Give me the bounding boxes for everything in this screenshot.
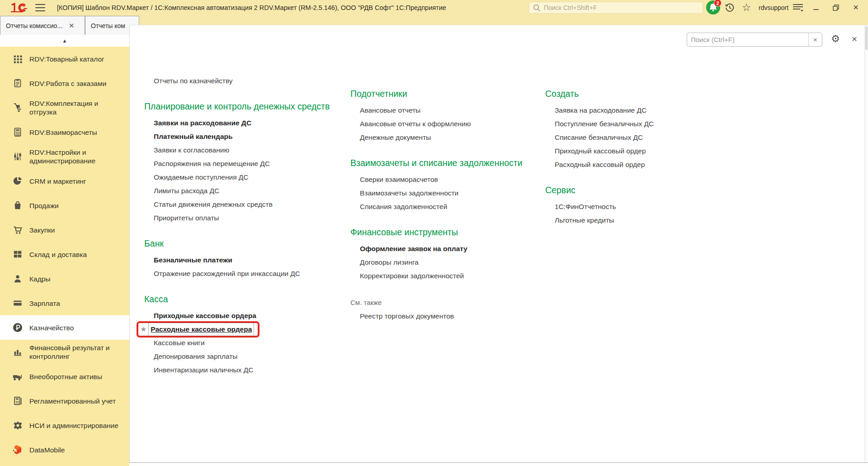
- tab-commission-reports[interactable]: Отчеты комиссио... ✕: [0, 16, 85, 35]
- menu-item[interactable]: ★Заявка на расходование ДС: [545, 104, 646, 117]
- menu-item[interactable]: ★Приоритеты оплаты: [144, 211, 219, 225]
- sidebar-item[interactable]: Продажи: [0, 193, 129, 218]
- menu-item[interactable]: ★Авансовые отчеты: [350, 104, 420, 117]
- sidebar-item-label: Кадры: [29, 275, 54, 283]
- menu-item[interactable]: ★Отражение расхождений при инкассации ДС: [144, 267, 300, 281]
- menu-item[interactable]: ★Договоры лизинга: [350, 256, 419, 269]
- menu-item[interactable]: ★Расходный кассовый ордер: [545, 158, 645, 171]
- section-header[interactable]: ★Касса: [144, 294, 168, 305]
- notifications-button[interactable]: 2: [706, 0, 720, 14]
- menu-item[interactable]: ★Депонирования зарплаты: [144, 350, 238, 363]
- person-icon: [12, 273, 24, 285]
- section-header[interactable]: ★Подотчетники: [350, 88, 407, 100]
- sidebar-item-selected[interactable]: Казначейство: [0, 315, 129, 340]
- scrollbar-thumb[interactable]: [865, 26, 868, 50]
- panel-settings-button[interactable]: ⚙: [829, 32, 842, 46]
- minimize-button[interactable]: [808, 0, 824, 15]
- sidebar-item[interactable]: RDV:Товарный каталог: [0, 47, 129, 71]
- sidebar-item[interactable]: Внеоборотные активы: [0, 364, 129, 389]
- payment-card-icon: [12, 297, 24, 309]
- restore-button[interactable]: [828, 0, 844, 15]
- section-header[interactable]: ★Планирование и контроль денежных средст…: [144, 101, 330, 112]
- sidebar-item[interactable]: RDV:Работа с заказами: [0, 71, 129, 95]
- clear-search-icon[interactable]: ×: [808, 33, 822, 46]
- sidebar-item[interactable]: Склад и доставка: [0, 242, 129, 266]
- close-window-button[interactable]: ×: [848, 0, 863, 15]
- sidebar-item-label: DataMobile: [29, 446, 68, 454]
- menu-item[interactable]: ★Распоряжения на перемещение ДС: [144, 157, 270, 171]
- favorites-star-button[interactable]: ☆: [741, 2, 752, 13]
- shopping-bag-icon: [12, 200, 24, 211]
- menu-item[interactable]: ★Кассовые книги: [144, 336, 205, 350]
- menu-item[interactable]: ★Лимиты расхода ДС: [144, 184, 219, 198]
- notification-count-badge: 2: [714, 0, 722, 7]
- datamobile-logo: [12, 444, 24, 456]
- section-header[interactable]: ★Банк: [144, 238, 164, 249]
- panel-search-field[interactable]: ×: [687, 33, 822, 47]
- sidebar-item[interactable]: НСИ и администрирование: [0, 413, 129, 437]
- section-header[interactable]: ★Взаимозачеты и списание задолженности: [350, 157, 523, 169]
- sidebar-item-label: RDV:Работа с заказами: [29, 79, 110, 88]
- sidebar-item[interactable]: Регламентированный учет: [0, 389, 129, 413]
- menu-item[interactable]: ★Денежные документы: [350, 131, 431, 144]
- sidebar-item[interactable]: RDV:Взаиморасчеты: [0, 120, 129, 144]
- sidebar-scroll-up[interactable]: ▲: [0, 35, 129, 47]
- sidebar-item[interactable]: DataMobile: [0, 437, 129, 462]
- menu-item[interactable]: ★Отчеты по казначейству: [144, 74, 233, 88]
- global-search-input[interactable]: [544, 4, 699, 11]
- pie-chart-icon: [12, 175, 24, 187]
- menu-item[interactable]: ★Заявки на расходование ДС: [144, 116, 251, 130]
- panel-scrollbar[interactable]: [864, 25, 868, 462]
- menu-item[interactable]: ★Взаимозачеты задолженности: [350, 186, 458, 200]
- menu-item[interactable]: ★Реестр торговых документов: [350, 309, 454, 323]
- current-user[interactable]: rdvsupport: [759, 0, 788, 15]
- menu-item[interactable]: ★Списание безналичных ДС: [545, 131, 643, 144]
- sidebar-item-label: Финансовый результат и контроллинг: [29, 343, 129, 361]
- menu-item[interactable]: ★1С:ФинОтчетность: [545, 200, 616, 214]
- window-title: [КОПИЯ] Шаблон RDV.Маркет / 1С:Комплексн…: [57, 4, 446, 11]
- menu-item[interactable]: ★Безналичные платежи: [144, 253, 232, 267]
- global-search-field[interactable]: [529, 2, 703, 14]
- menu-item[interactable]: ★Авансовые отчеты к оформлению: [350, 117, 471, 131]
- menu-item[interactable]: ★Корректировки задолженностей: [350, 269, 464, 283]
- menu-item[interactable]: ★Оформление заявок на оплату: [350, 242, 467, 256]
- menu-item[interactable]: ★Платежный календарь: [144, 130, 233, 143]
- main-menu-icon[interactable]: [35, 4, 45, 11]
- menu-item[interactable]: ★Статьи движения денежных средств: [144, 198, 273, 211]
- sidebar-item-label: CRM и маркетинг: [29, 177, 90, 185]
- tab-close-icon[interactable]: ✕: [69, 22, 75, 30]
- panel-close-button[interactable]: ×: [848, 32, 861, 46]
- menu-item[interactable]: ★Льготные кредиты: [545, 214, 614, 227]
- sidebar-item[interactable]: RDV:Комплектация и отгрузка: [0, 95, 129, 120]
- history-button[interactable]: [724, 2, 735, 13]
- service-menu-button[interactable]: [792, 3, 804, 12]
- sidebar-item-label: Казначейство: [29, 323, 77, 332]
- sidebar-item-label: RDV:Взаиморасчеты: [29, 128, 101, 137]
- sidebar-item[interactable]: RDV:Настройки и администрирование: [0, 144, 129, 169]
- menu-item[interactable]: ★Поступление безналичных ДС: [545, 117, 654, 131]
- menu-item[interactable]: ★Заявки к согласованию: [144, 143, 229, 157]
- bar-chart-icon: [12, 346, 24, 358]
- menu-item[interactable]: ★Приходный кассовый ордер: [545, 144, 646, 158]
- section-header[interactable]: ★Сервис: [545, 185, 576, 196]
- menu-item[interactable]: ★Списания задолженностей: [350, 200, 447, 214]
- menu-item[interactable]: ★Ожидаемые поступления ДС: [144, 171, 249, 184]
- sidebar-item[interactable]: Зарплата: [0, 291, 129, 315]
- sidebar-item[interactable]: CRM и маркетинг: [0, 169, 129, 193]
- sidebar-item[interactable]: Закупки: [0, 218, 129, 242]
- section-header[interactable]: ★Создать: [545, 88, 579, 100]
- menu-item[interactable]: ★Приходные кассовые ордера: [144, 309, 256, 323]
- sliders-icon: [12, 151, 24, 162]
- panel-search-input[interactable]: [687, 36, 808, 43]
- menu-item-highlighted[interactable]: ★Расходные кассовые ордера: [137, 321, 259, 338]
- sections-sidebar: ▲ RDV:Товарный каталог RDV:Работа с зака…: [0, 35, 129, 466]
- treasury-function-panel: × ⚙ × ★Отчеты по казначейству★Планирован…: [129, 25, 868, 463]
- sidebar-item[interactable]: Кадры: [0, 266, 129, 291]
- menu-item[interactable]: ★Инвентаризации наличных ДС: [144, 363, 253, 377]
- shopping-cart-icon: [12, 224, 24, 236]
- section-header[interactable]: ★Финансовые инструменты: [350, 227, 458, 238]
- menu-item[interactable]: ★Сверки взаиморасчетов: [350, 173, 438, 186]
- grid-catalog-icon: [12, 53, 24, 65]
- sidebar-item-label: НСИ и администрирование: [29, 421, 122, 430]
- sidebar-item[interactable]: Финансовый результат и контроллинг: [0, 340, 129, 364]
